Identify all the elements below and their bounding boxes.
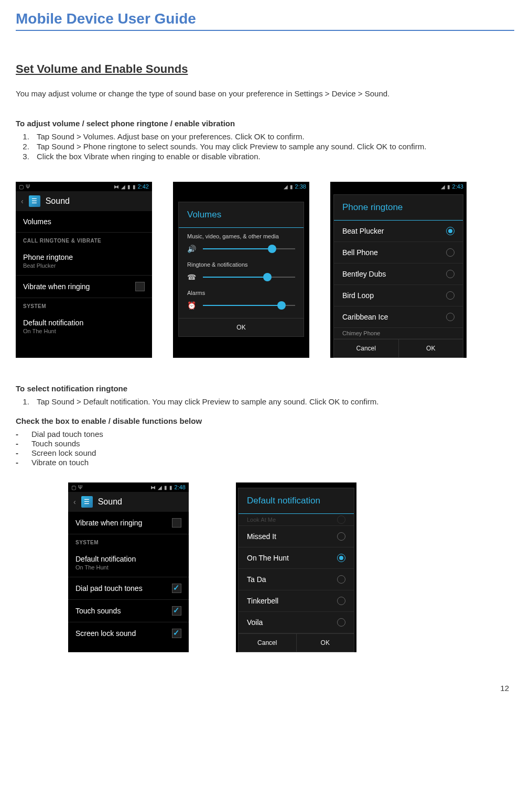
ringtone-option[interactable]: Bell Phone <box>334 242 463 264</box>
notification-option[interactable]: Missed It <box>239 526 354 547</box>
vibrate-ringing-item[interactable]: Vibrate when ringing <box>16 276 152 298</box>
bluetooth-icon: ⧓ <box>150 485 156 490</box>
option-label: Chimey Phone <box>342 330 380 336</box>
media-volume-slider[interactable] <box>203 248 295 249</box>
item-label: Phone ringtone <box>23 253 73 261</box>
ok-button[interactable]: OK <box>399 339 463 357</box>
document-title: Mobile Device User Guide <box>16 10 514 27</box>
category-system: SYSTEM <box>68 534 189 548</box>
app-header[interactable]: ‹ ☰ Sound <box>68 492 189 512</box>
ringtone-option[interactable]: Bird Loop <box>334 285 463 306</box>
app-header[interactable]: ‹ ☰ Sound <box>16 191 152 211</box>
radio-unselected <box>337 532 345 541</box>
ringtone-option[interactable]: Beat Plucker <box>334 221 463 242</box>
radio-unselected <box>446 248 455 257</box>
signal-icon: ◢ <box>284 184 288 190</box>
phone-ringtone-dialog: Phone ringtone Beat Plucker Bell Phone B… <box>333 194 463 358</box>
back-icon: ‹ <box>73 498 76 506</box>
radio-unselected <box>337 575 345 584</box>
category-ringtone-vibrate: CALL RINGTONE & VIBRATE <box>16 233 152 247</box>
cancel-button[interactable]: Cancel <box>239 634 297 652</box>
vibrate-ringing-item[interactable]: Vibrate when ringing <box>68 512 189 534</box>
step-item: Tap Sound > Default notification. You ma… <box>31 397 514 406</box>
volumes-item[interactable]: Volumes <box>16 211 152 233</box>
item-label: Touch sounds <box>75 607 121 615</box>
status-time: 2:42 <box>138 183 149 190</box>
radio-unselected <box>337 597 345 605</box>
screenshot-sound-settings: ▢ Ψ ⧓ ◢ ▮ ▮ 2:42 ‹ ☰ Sound Volumes CALL … <box>16 182 152 358</box>
default-notification-dialog: Default notification Look At Me Missed I… <box>238 488 354 652</box>
ringtone-option[interactable]: Bentley Dubs <box>334 264 463 285</box>
option-label: On The Hunt <box>247 554 289 562</box>
dash-item: Touch sounds <box>16 439 514 448</box>
signal-icon: ◢ <box>441 184 445 190</box>
checkbox-checked[interactable] <box>172 606 181 616</box>
battery-icon: ▮ <box>169 485 172 490</box>
radio-unselected <box>446 291 455 300</box>
item-label: Volumes <box>23 217 51 226</box>
option-label: Look At Me <box>247 517 276 523</box>
checkbox-checked[interactable] <box>172 584 181 593</box>
picture-icon: ▢ <box>71 485 76 490</box>
screenshot-ringtone-dialog: ◢ ▮ 2:43 Phone ringtone Beat Plucker Bel… <box>330 182 467 358</box>
notification-option-cut: Look At Me <box>239 514 354 526</box>
phone-icon: ☎ <box>187 273 197 281</box>
ok-button[interactable]: OK <box>179 319 304 336</box>
bluetooth-icon: ⧓ <box>114 184 119 190</box>
page-number: 12 <box>16 684 514 693</box>
checkbox-unchecked[interactable] <box>135 282 145 291</box>
usb-icon: Ψ <box>26 184 30 190</box>
cancel-button[interactable]: Cancel <box>334 339 399 357</box>
item-label: Vibrate when ringing <box>23 282 90 291</box>
notification-option[interactable]: On The Hunt <box>239 547 354 569</box>
phone-ringtone-item[interactable]: Phone ringtone Beat Plucker <box>16 247 152 276</box>
item-sublabel: Beat Plucker <box>23 262 73 269</box>
ringtone-volume-slider[interactable] <box>203 277 295 278</box>
dial-pad-tones-item[interactable]: Dial pad touch tones <box>68 577 189 600</box>
dash-list: Dial pad touch tones Touch sounds Screen… <box>16 430 514 467</box>
screenshot-volumes-dialog: ◢ ▮ 2:38 Volumes Music, video, games, & … <box>173 182 309 358</box>
dialog-title: Default notification <box>239 488 354 514</box>
checkbox-checked[interactable] <box>172 629 181 638</box>
ok-button[interactable]: OK <box>297 634 354 652</box>
screen-lock-sound-item[interactable]: Screen lock sound <box>68 622 189 644</box>
alarm-volume-slider[interactable] <box>203 305 295 306</box>
battery-icon: ▮ <box>447 184 450 190</box>
option-label: Bentley Dubs <box>342 270 386 278</box>
category-system: SYSTEM <box>16 298 152 312</box>
volumes-dialog: Volumes Music, video, games, & other med… <box>178 202 304 337</box>
status-bar: ◢ ▮ 2:38 <box>173 182 309 191</box>
radio-unselected <box>337 515 345 524</box>
touch-sounds-item[interactable]: Touch sounds <box>68 600 189 622</box>
subheading-notification-ringtone: To select notification ringtone <box>16 384 514 393</box>
intro-text: You may adjust volume or change the type… <box>16 89 514 98</box>
item-sublabel: On The Hunt <box>75 564 136 570</box>
step-item: Tap Sound > Volumes. Adjust base on your… <box>31 132 514 141</box>
status-bar: ◢ ▮ 2:43 <box>330 182 467 191</box>
step-item: Click the box Vibrate when ringing to en… <box>31 152 514 161</box>
item-label: Default notification <box>75 555 136 563</box>
radio-unselected <box>446 313 455 321</box>
option-label: Tinkerbell <box>247 597 278 605</box>
notification-option[interactable]: Voila <box>239 612 354 633</box>
status-bar: ▢ Ψ ⧓ ◢ ▮ ▮ 2:42 <box>16 182 152 191</box>
steps-list-2: Tap Sound > Default notification. You ma… <box>16 397 514 406</box>
header-title: Sound <box>46 196 70 206</box>
ringtone-option[interactable]: Caribbean Ice <box>334 306 463 328</box>
checkbox-unchecked[interactable] <box>172 518 181 528</box>
option-label: Missed It <box>247 532 276 541</box>
dash-item: Dial pad touch tones <box>16 430 514 438</box>
notification-option[interactable]: Ta Da <box>239 569 354 590</box>
settings-icon: ☰ <box>29 195 40 207</box>
screenshot-sound-system: ▢ Ψ ⧓ ◢ ▮ ▮ 2:48 ‹ ☰ Sound Vibrate when … <box>68 482 189 652</box>
notification-option[interactable]: Tinkerbell <box>239 590 354 612</box>
title-divider <box>16 30 514 31</box>
default-notification-item[interactable]: Default notification On The Hunt <box>16 312 152 341</box>
default-notification-item[interactable]: Default notification On The Hunt <box>68 548 189 577</box>
option-label: Beat Plucker <box>342 227 384 235</box>
screenshots-row-2: ▢ Ψ ⧓ ◢ ▮ ▮ 2:48 ‹ ☰ Sound Vibrate when … <box>16 482 514 652</box>
option-label: Bell Phone <box>342 248 378 257</box>
dialog-title: Phone ringtone <box>334 195 463 221</box>
settings-icon: ☰ <box>81 496 93 508</box>
alarm-icon: ⏰ <box>187 301 197 310</box>
